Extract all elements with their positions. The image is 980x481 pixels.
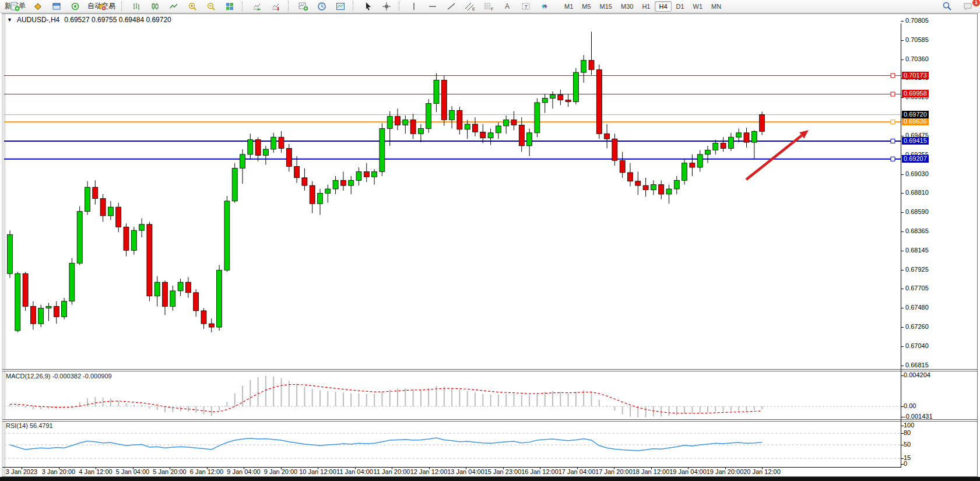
search-icon — [942, 1, 952, 11]
price-tick-mark — [901, 270, 904, 271]
hline-price-label: 0.70173 — [902, 72, 929, 79]
auto-scroll-button[interactable] — [248, 1, 266, 12]
search-button[interactable] — [938, 1, 956, 12]
vertical-line-button[interactable] — [405, 1, 423, 12]
text-label-button[interactable]: T — [517, 1, 535, 12]
hline-handle[interactable] — [891, 92, 895, 96]
macd-histogram-bar — [459, 389, 460, 406]
date-label: 5 Jan 04:00 — [116, 468, 150, 475]
current-price-label: 0.69720 — [902, 111, 929, 118]
price-tick-mark — [901, 174, 904, 175]
timeframe-button-m1[interactable]: M1 — [560, 1, 577, 12]
price-chart-plot[interactable] — [4, 23, 901, 369]
macd-histogram-bar — [164, 406, 166, 412]
macd-histogram-bar — [730, 406, 732, 411]
macd-histogram-bar — [71, 406, 72, 406]
chart-ohlc-values: 0.69527 0.69755 0.69484 0.69720 — [64, 16, 171, 24]
price-tick-mark — [901, 308, 904, 308]
text-button[interactable]: A — [498, 1, 516, 12]
timeframe-button-m15[interactable]: M15 — [596, 1, 616, 12]
cursor-button[interactable] — [359, 1, 377, 12]
arrows-button[interactable]: ▼ — [536, 1, 553, 12]
date-label: 13 Jan 04:00 — [447, 468, 484, 475]
date-label: 5 Jan 20:00 — [153, 468, 187, 475]
candle — [728, 137, 733, 148]
autotrade-button[interactable]: 自动交易 — [85, 1, 118, 12]
candlestick-chart-button[interactable] — [146, 1, 164, 12]
candle — [426, 103, 431, 128]
notifications-button[interactable]: 1 — [959, 1, 977, 12]
macd-indicator-label: MACD(12,26,9) -0.000382 -0.000909 — [6, 373, 112, 380]
macd-histogram-bar — [754, 406, 755, 410]
macd-histogram-bar — [444, 387, 445, 406]
timeframe-button-m5[interactable]: M5 — [578, 1, 595, 12]
candle — [154, 282, 160, 296]
macd-histogram-bar — [591, 392, 592, 406]
price-tick-mark — [901, 212, 904, 213]
line-chart-button[interactable] — [165, 1, 182, 12]
timeframe-button-h1[interactable]: H1 — [638, 1, 654, 12]
new-order-icon — [10, 2, 20, 11]
new-chart-button[interactable]: ▼ — [294, 1, 312, 12]
candle — [240, 155, 245, 168]
zoom-in-button[interactable] — [184, 1, 201, 12]
trendline-button[interactable] — [442, 1, 460, 12]
signals-button[interactable] — [66, 1, 84, 12]
timeframe-button-h4[interactable]: H4 — [655, 1, 671, 12]
macd-plot — [4, 370, 901, 419]
vertical-line-icon — [410, 2, 417, 11]
date-label: 4 Jan 12:00 — [79, 468, 113, 475]
date-label: 9 Jan 20:00 — [264, 468, 298, 475]
equidistant-channel-button[interactable]: E — [461, 1, 479, 12]
data-window-button[interactable] — [48, 1, 65, 12]
candle — [310, 185, 315, 203]
autotrade-icon — [97, 2, 107, 11]
macd-histogram-bar — [653, 406, 654, 417]
macd-histogram-bar — [359, 394, 360, 407]
hline-handle[interactable] — [891, 120, 895, 124]
hline-handle[interactable] — [891, 73, 895, 78]
timeframe-button-w1[interactable]: W1 — [689, 1, 707, 12]
timeframe-button-m30[interactable]: M30 — [617, 1, 637, 12]
tile-windows-button[interactable] — [221, 1, 238, 12]
templates-button[interactable]: ▼ — [332, 1, 349, 12]
new-order-button[interactable]: 新订单 — [2, 1, 28, 12]
chart-shift-button[interactable] — [267, 1, 284, 12]
date-label: 11 Jan 20:00 — [374, 468, 410, 475]
macd-histogram-bar — [219, 406, 220, 411]
hline-handle[interactable] — [891, 139, 895, 143]
market-watch-button[interactable] — [29, 1, 47, 12]
timeframe-button-d1[interactable]: D1 — [672, 1, 689, 12]
candle — [263, 149, 268, 155]
horizontal-line-button[interactable] — [424, 1, 441, 12]
rsi-indicator-label: RSI(14) 56.4791 — [6, 422, 53, 429]
candle — [46, 307, 51, 308]
crosshair-button[interactable] — [378, 1, 395, 12]
chat-bubble-icon — [963, 2, 973, 11]
date-label: 12 Jan 12:00 — [410, 468, 448, 475]
bar-chart-icon — [132, 2, 141, 11]
period-button[interactable]: ▼ — [313, 1, 331, 12]
candle — [170, 291, 175, 307]
macd-histogram-bar — [296, 384, 297, 406]
bar-chart-button[interactable] — [128, 1, 145, 12]
macd-histogram-bar — [126, 403, 127, 406]
fibonacci-button[interactable]: F — [480, 1, 497, 12]
svg-text:A: A — [505, 2, 510, 10]
collapse-triangle-icon[interactable]: ▼ — [7, 17, 12, 23]
candle — [349, 180, 354, 185]
candle — [465, 124, 470, 129]
clock-icon — [317, 2, 326, 11]
candle — [325, 189, 331, 193]
macd-histogram-bar — [622, 406, 623, 415]
timeframe-button-mn[interactable]: MN — [707, 1, 725, 12]
candle — [573, 72, 578, 101]
price-tick-label: 0.68590 — [905, 208, 929, 215]
date-label: 3 Jan 20:00 — [42, 468, 76, 475]
date-label: 16 Jan 12:00 — [521, 468, 559, 475]
candle — [255, 140, 261, 156]
tile-windows-icon — [225, 2, 234, 11]
hline-handle[interactable] — [891, 157, 895, 161]
candle — [69, 263, 75, 301]
zoom-out-button[interactable] — [202, 1, 220, 12]
